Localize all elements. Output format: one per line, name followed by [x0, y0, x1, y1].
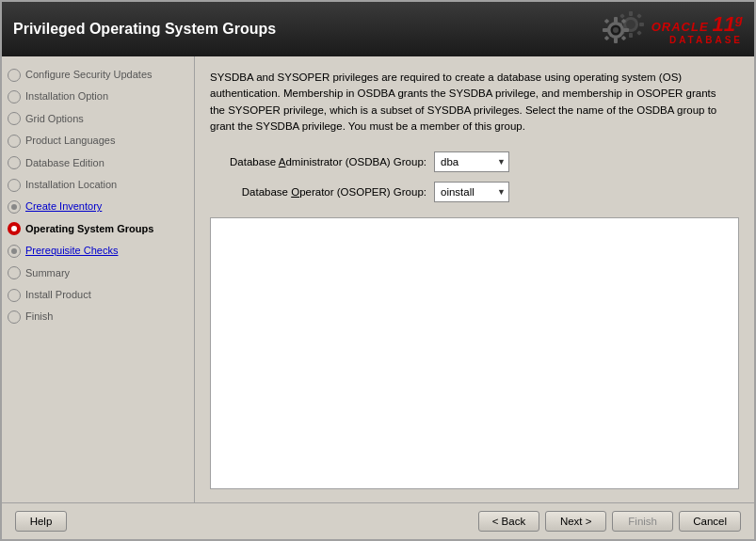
- osoper-label: Database Operator (OSOPER) Group:: [210, 186, 426, 198]
- dba-select[interactable]: dba oinstall oper: [434, 151, 509, 172]
- sidebar-item-installation-option: Installation Option: [2, 86, 194, 107]
- footer-left: Help: [15, 511, 67, 532]
- sidebar-item-database-edition: Database Edition: [2, 152, 194, 174]
- svg-rect-19: [603, 36, 609, 41]
- step-indicator-installation-option: [8, 90, 21, 103]
- svg-rect-17: [603, 19, 609, 24]
- description-text: SYSDBA and SYSOPER privileges are requir…: [210, 70, 728, 135]
- step-indicator-installation-location: [8, 179, 21, 192]
- step-indicator-product-languages: [8, 135, 21, 148]
- help-button[interactable]: Help: [15, 511, 67, 532]
- oracle-logo: ORACLE 11g DATABASE: [603, 9, 743, 49]
- sidebar-item-summary: Summary: [2, 263, 194, 284]
- sidebar-item-finish: Finish: [2, 306, 194, 327]
- footer: Help < Back Next > Finish Cancel: [2, 502, 754, 539]
- step-indicator-summary: [8, 266, 21, 279]
- svg-point-12: [613, 27, 619, 33]
- oracle-database-label: DATABASE: [669, 35, 743, 45]
- sidebar-item-install-product: Install Product: [2, 284, 194, 306]
- step-indicator-os-groups: [8, 222, 21, 235]
- svg-rect-2: [629, 11, 633, 16]
- dba-select-wrapper: dba oinstall oper ▼: [434, 151, 509, 172]
- sidebar-item-configure-security-updates: Configure Security Updates: [2, 64, 194, 86]
- oracle-word-label: ORACLE: [651, 20, 709, 34]
- form-section: Database Administrator (OSDBA) Group: db…: [210, 151, 739, 202]
- sidebar-item-installation-location: Installation Location: [2, 174, 194, 196]
- main-content: Configure Security Updates Installation …: [2, 56, 754, 502]
- oracle-text: ORACLE 11g DATABASE: [651, 13, 743, 45]
- step-indicator-finish: [8, 310, 21, 324]
- sidebar-item-product-languages: Product Languages: [2, 130, 194, 151]
- header: Privileged Operating System Groups: [2, 2, 754, 56]
- svg-rect-7: [636, 13, 642, 19]
- step-indicator-database-edition: [8, 156, 21, 169]
- next-button[interactable]: Next >: [545, 511, 606, 532]
- svg-rect-9: [636, 30, 642, 36]
- svg-rect-15: [603, 28, 608, 32]
- sidebar-item-operating-system-groups: Operating System Groups: [2, 218, 194, 240]
- osoper-select-wrapper: oinstall dba oper ▼: [434, 182, 509, 202]
- log-output-area: [210, 217, 739, 489]
- oracle-version-label: 11g: [713, 13, 743, 35]
- step-indicator-install-product: [8, 289, 21, 302]
- sidebar: Configure Security Updates Installation …: [2, 56, 195, 502]
- svg-rect-3: [629, 33, 633, 38]
- svg-rect-6: [619, 13, 625, 19]
- svg-point-1: [626, 20, 635, 29]
- step-indicator-configure: [8, 69, 21, 82]
- step-indicator-prerequisite-checks: [8, 245, 21, 258]
- sidebar-item-create-inventory[interactable]: Create Inventory: [2, 196, 194, 217]
- osoper-select[interactable]: oinstall dba oper: [434, 182, 509, 202]
- back-button[interactable]: < Back: [478, 511, 539, 532]
- main-window: Privileged Operating System Groups: [0, 0, 756, 541]
- finish-button[interactable]: Finish: [612, 511, 673, 532]
- content-area: SYSDBA and SYSOPER privileges are requir…: [195, 56, 754, 502]
- dba-label: Database Administrator (OSDBA) Group:: [210, 156, 426, 167]
- footer-right: < Back Next > Finish Cancel: [478, 511, 741, 532]
- svg-rect-13: [614, 17, 618, 23]
- osoper-form-row: Database Operator (OSOPER) Group: oinsta…: [210, 182, 739, 202]
- step-indicator-grid-options: [8, 112, 21, 125]
- svg-rect-14: [614, 38, 618, 43]
- oracle-gear-icon: [603, 9, 646, 49]
- svg-rect-5: [639, 23, 644, 26]
- svg-rect-20: [620, 36, 626, 41]
- page-title: Privileged Operating System Groups: [13, 21, 276, 38]
- svg-rect-16: [623, 28, 629, 32]
- sidebar-item-grid-options: Grid Options: [2, 108, 194, 130]
- cancel-button[interactable]: Cancel: [679, 511, 741, 532]
- step-indicator-create-inventory: [8, 200, 21, 214]
- dba-form-row: Database Administrator (OSDBA) Group: db…: [210, 151, 739, 172]
- sidebar-item-prerequisite-checks[interactable]: Prerequisite Checks: [2, 240, 194, 262]
